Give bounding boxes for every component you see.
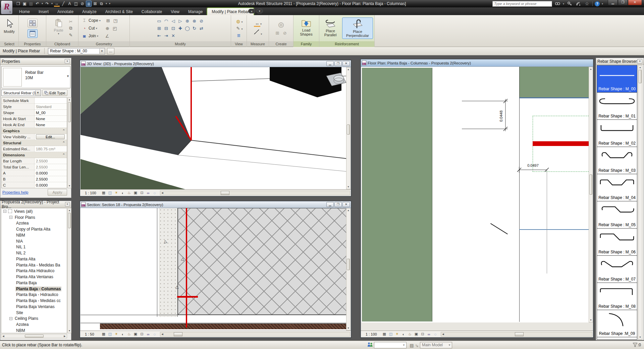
copy-to-clipboard-icon[interactable]: ⧉ — [68, 25, 74, 32]
trim-extend-single-icon[interactable]: ⇤ — [157, 33, 161, 38]
rebar-shape-item-rebar-shape-m-00[interactable]: Rebar Shape : M_00 — [597, 65, 637, 93]
undo-icon[interactable]: ↶ — [35, 1, 40, 7]
3d-view-canvas[interactable]: ▲ ▼ — [80, 67, 351, 189]
cope-apply-icon[interactable]: ⊞ — [105, 17, 111, 24]
type-properties-button[interactable] — [28, 19, 38, 28]
ribbon-minimize-dropdown-icon[interactable]: ▾ — [256, 9, 263, 13]
scale-icon[interactable]: ⊟ — [164, 26, 168, 31]
show-crop-region-icon[interactable]: ⊡ — [420, 332, 425, 337]
tab-analyze[interactable]: Analyze — [78, 8, 101, 15]
rebar-shape-item-rebar-shape-m-01[interactable]: Rebar Shape : M_01 — [597, 93, 637, 120]
crop-view-icon[interactable]: ▣ — [133, 190, 138, 196]
aligned-dimension-tool-icon[interactable] — [254, 29, 260, 35]
collapse-icon[interactable]: ⌃ — [62, 129, 65, 133]
close-hidden-windows-icon[interactable]: ⊠ — [92, 1, 98, 7]
3d-view-titlebar[interactable]: 3D View: {3D} - Propuesta 2(Recovery) ▁ … — [80, 60, 351, 67]
tab-home[interactable]: Home — [15, 8, 34, 15]
switch-windows-icon[interactable]: ⧉ — [99, 1, 104, 7]
view-minimize-icon[interactable]: ▁ — [326, 61, 334, 66]
section-view-titlebar[interactable]: Section: Section 18 - Propuesta 2(Recove… — [80, 201, 351, 208]
thin-lines-icon[interactable]: ≣ — [86, 1, 92, 7]
join-dropdown-icon[interactable]: ▾ — [97, 35, 98, 38]
dimension-dropdown-icon[interactable]: ▾ — [261, 33, 262, 36]
scroll-up-icon[interactable]: ▲ — [68, 98, 71, 102]
ribbon-minimize-icon[interactable]: ▴ — [248, 9, 255, 13]
close-button[interactable]: ✕ — [628, 0, 642, 5]
collapse-icon[interactable]: ⌃ — [62, 141, 65, 145]
array-icon[interactable]: ⊞ — [157, 26, 161, 31]
design-option-select[interactable]: Main Model ▼ — [420, 342, 452, 348]
plan-vertical-scrollbar[interactable]: ▲ ▼ — [589, 67, 593, 322]
browser-scrollbar-thumb[interactable] — [68, 213, 71, 228]
search-input[interactable] — [492, 1, 552, 7]
browser-hscrollbar-thumb[interactable] — [25, 335, 44, 338]
text-icon[interactable]: A — [67, 1, 72, 7]
mirror-draw-axis-icon[interactable]: ▷ — [179, 18, 182, 23]
tab-architect-site[interactable]: Architect & Site — [101, 8, 137, 15]
options-more-button[interactable]: ... — [107, 48, 114, 54]
crop-view-icon[interactable]: ▣ — [414, 332, 419, 337]
linework-dropdown-icon[interactable]: ▾ — [241, 28, 243, 31]
load-shapes-button[interactable]: Load Shapes — [298, 17, 314, 39]
tab-annotate[interactable]: Annotate — [53, 8, 78, 15]
property-value[interactable]: Standard — [35, 104, 67, 109]
tree-item-nia[interactable]: NIA — [1, 238, 67, 244]
section-view-canvas[interactable]: △ △ △ ▲ ▼ — [80, 208, 351, 331]
default-3d-view-icon[interactable]: ◫ — [73, 1, 79, 7]
rebar-shape-item-rebar-shape-m-08[interactable]: Rebar Shape : M_08 — [597, 283, 637, 310]
filter-status[interactable]: :0 — [633, 343, 641, 347]
properties-palette-toggle-button[interactable] — [28, 29, 38, 38]
cope-button[interactable]: Cope — [89, 18, 98, 23]
plan-view-canvas[interactable]: 0.0448 0.0497 ▲ ▼ — [361, 67, 593, 322]
match-type-properties-icon[interactable]: ✎ — [68, 32, 74, 38]
cope-dropdown-icon[interactable]: ▾ — [99, 19, 101, 22]
show-rendering-dialog-icon[interactable]: ♨ — [126, 190, 132, 196]
type-selector[interactable]: Rebar Bar 10M ▼ — [1, 66, 70, 88]
tree-item-nbm[interactable]: NBM — [1, 232, 67, 238]
switch-windows-dropdown-icon[interactable]: ▾ — [105, 1, 108, 7]
view-close-icon[interactable]: ✕ — [342, 202, 350, 207]
worksets-icon[interactable] — [367, 342, 373, 348]
create-assembly-icon[interactable]: ⊘ — [282, 30, 288, 36]
help-icon[interactable]: ? — [595, 1, 600, 6]
paste-button[interactable]: Paste ▾ — [51, 17, 67, 39]
create-group-icon[interactable]: ◎ — [276, 20, 286, 29]
property-value[interactable]: 180.75 cm³ — [35, 146, 67, 152]
property-value[interactable]: 0.0000 — [35, 170, 67, 176]
expand-collapse-icon[interactable]: − — [9, 216, 12, 219]
mirror-pick-axis-icon[interactable]: ◁ — [172, 18, 175, 23]
tree-item-floor-plans[interactable]: −Floor Plans — [1, 214, 67, 220]
linework-icon[interactable]: ✎ — [235, 25, 241, 32]
edit-button[interactable]: Edit... — [36, 134, 65, 139]
temporary-hide-isolate-icon[interactable]: ◌ — [152, 190, 157, 196]
property-section-dimensions[interactable]: Dimensions⌃ — [2, 152, 67, 158]
scroll-down-icon[interactable]: ▼ — [589, 318, 593, 322]
aligned-dimension-icon[interactable]: ↔ — [54, 1, 60, 7]
scroll-up-icon[interactable]: ▲ — [589, 67, 593, 71]
help-dropdown-icon[interactable]: ▾ — [602, 2, 603, 5]
shape-browser-close-icon[interactable]: ✕ — [637, 59, 642, 63]
properties-scrollbar[interactable]: ▲ ▼ — [67, 97, 71, 188]
view-lightbulb-dropdown-icon[interactable]: ▾ — [241, 20, 243, 23]
tree-item-planta-baja-columnas[interactable]: Planta Baja - Columnas — [1, 286, 67, 292]
plan-horizontal-scrollbar[interactable]: ◀ — [441, 332, 592, 337]
place-perpendicular-button[interactable]: Place Perpendicular — [342, 17, 373, 39]
search-icon[interactable] — [554, 1, 561, 6]
properties-help-link[interactable]: Properties help — [2, 190, 28, 194]
tree-item-azotea[interactable]: Azotea — [1, 321, 67, 328]
tree-item-site[interactable]: Site — [1, 310, 67, 316]
shadows-icon[interactable]: ◐ — [120, 190, 125, 196]
active-workset-select[interactable]: ▼ — [374, 342, 407, 348]
modify-tool-button[interactable]: Modify — [1, 17, 17, 39]
trim-extend-corner-icon[interactable]: ⇄ — [200, 26, 203, 31]
measure-between-references-icon[interactable]: ↔ — [254, 20, 260, 27]
temporary-hide-isolate-icon[interactable]: ◌ — [152, 332, 157, 337]
scroll-down-icon[interactable]: ▼ — [346, 185, 350, 189]
tree-item-planta-baja[interactable]: Planta Baja — [1, 280, 67, 286]
plan-hscrollbar-thumb[interactable] — [515, 332, 524, 336]
rebar-shape-select[interactable]: Rebar Shape : M_00 ▼ — [48, 48, 105, 54]
view-scale-button[interactable]: 1 : 50 — [80, 332, 101, 336]
copy-icon[interactable]: ◯ — [185, 26, 190, 31]
property-value[interactable]: 0.0000 — [35, 182, 67, 188]
search-dropdown-icon[interactable]: ▾ — [563, 2, 564, 5]
